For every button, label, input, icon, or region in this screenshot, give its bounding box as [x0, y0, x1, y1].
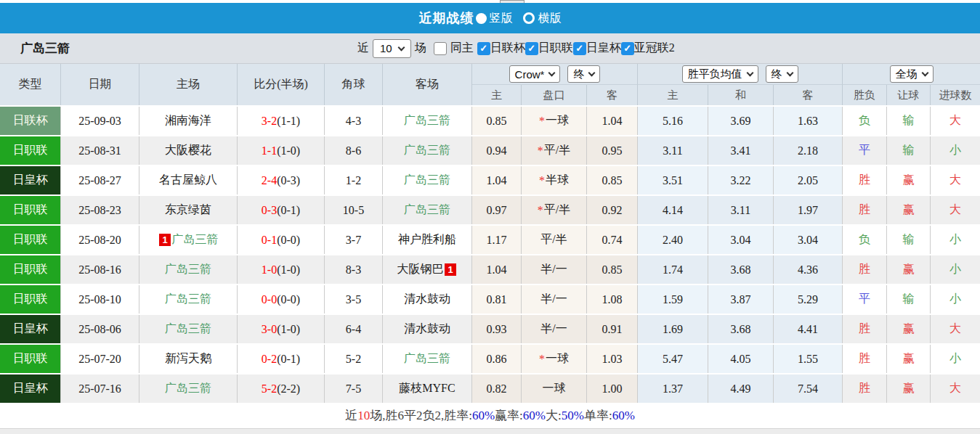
- league-checkbox[interactable]: ✓: [621, 42, 634, 55]
- odds-home: 0.85: [472, 107, 522, 135]
- result-wdl: 胜: [843, 196, 887, 224]
- result-handicap: 赢: [887, 315, 931, 343]
- handicap-star-icon: *: [539, 174, 545, 187]
- result-handicap: 赢: [887, 255, 931, 284]
- match-date: 25-08-27: [61, 166, 139, 195]
- header-home: 主场: [139, 64, 238, 105]
- result-text: 大: [949, 322, 961, 337]
- result-text: 小: [949, 292, 961, 307]
- table-row: 日联杯25-09-03湘南海洋3-2(1-1)4-3广岛三箭0.85*一球1.0…: [0, 105, 980, 135]
- odds-away: 0.85: [587, 166, 638, 195]
- away-team: 广岛三箭: [383, 196, 472, 224]
- score: 0-2(0-1): [238, 345, 325, 373]
- result-handicap: 输: [887, 107, 931, 135]
- summary-segment: 60%: [472, 409, 495, 423]
- league-filter-group: ✓日联杯✓日职联✓日皇杯✓亚冠联2: [477, 41, 675, 56]
- near-count-select[interactable]: 10: [373, 39, 411, 58]
- result-wdl: 胜: [843, 345, 887, 373]
- avg-home: 1.74: [638, 255, 708, 284]
- result-text: 大: [949, 381, 961, 396]
- odds-final-select[interactable]: 终: [567, 65, 600, 83]
- avg-home: 1.59: [638, 285, 708, 314]
- away-team: 广岛三箭: [383, 136, 472, 165]
- avg-final-select[interactable]: 终: [766, 65, 798, 83]
- result-wdl: 负: [843, 107, 887, 135]
- avg-home: 5.16: [638, 107, 708, 135]
- league-checkbox[interactable]: ✓: [573, 42, 586, 55]
- home-team: 广岛三箭: [139, 285, 238, 314]
- scope-select[interactable]: 全场: [890, 65, 934, 83]
- team-name-text: 名古屋鲸八: [159, 173, 217, 188]
- handicap: 平/半: [522, 226, 587, 254]
- odds-away: 1.03: [587, 345, 638, 373]
- match-date: 25-07-20: [61, 345, 139, 373]
- avg-draw: 3.68: [708, 315, 774, 343]
- result-goals: 小: [931, 226, 980, 254]
- result-text: 负: [859, 232, 870, 247]
- league-filter-label: 日职联: [538, 41, 573, 56]
- radio-horizontal-layout[interactable]: [523, 12, 535, 24]
- result-text: 赢: [903, 262, 915, 277]
- odds-away: 0.85: [587, 255, 638, 284]
- odds-home: 1.04: [472, 255, 522, 284]
- same-home-checkbox[interactable]: [434, 42, 447, 55]
- summary-segment: 近: [345, 407, 357, 424]
- match-type: 日职联: [0, 255, 61, 284]
- league-filter-item: ✓日联杯: [477, 41, 525, 56]
- result-handicap: 输: [887, 285, 931, 314]
- odds-home: 0.81: [472, 285, 522, 314]
- handicap-star-icon: *: [539, 353, 545, 366]
- table-row: 日职联25-07-20新泻天鹅0-2(0-1)5-2广岛三箭0.86*一球1.0…: [0, 343, 980, 373]
- full-time-score: 3-2: [262, 115, 277, 128]
- avg-home: 4.14: [638, 196, 708, 224]
- table-row: 日职联25-08-23东京绿茵0-3(0-1)10-5广岛三箭0.97*平/半0…: [0, 195, 980, 224]
- match-type: 日职联: [0, 285, 61, 314]
- result-text: 大: [949, 113, 961, 128]
- header-corner: 角球: [325, 64, 383, 105]
- filter-bar: 广岛三箭 近 10 场 同主 ✓日联杯✓日职联✓日皇杯✓亚冠联2: [0, 33, 980, 64]
- match-type: 日皇杯: [0, 374, 61, 403]
- match-date: 25-08-16: [61, 255, 139, 284]
- radio-vertical-label[interactable]: 竖版: [490, 11, 513, 26]
- away-team: 大阪钢巴1: [383, 255, 472, 284]
- odds-final-value: 终: [573, 67, 584, 81]
- avg-header-group: 胜平负均值 终 主 和 客: [638, 64, 843, 105]
- table-header: 类型 日期 主场 比分(半场) 角球 客场 Crow* 终 主 盘口 客 胜平负…: [0, 64, 980, 105]
- league-checkbox[interactable]: ✓: [525, 42, 538, 55]
- summary-segment: 胜率:: [444, 407, 472, 424]
- half-time-score: (1-0): [277, 263, 300, 277]
- rank-badge: 1: [445, 263, 455, 276]
- team-name-text: 广岛三箭: [404, 143, 450, 158]
- result-handicap: 赢: [887, 345, 931, 373]
- radio-horizontal-label[interactable]: 横版: [538, 11, 562, 26]
- result-text: 大: [949, 173, 961, 188]
- avg-away: 1.55: [774, 345, 843, 373]
- result-text: 胜: [859, 351, 870, 367]
- league-checkbox[interactable]: ✓: [477, 42, 490, 55]
- half-time-score: (0-0): [277, 293, 300, 306]
- away-team: 广岛三箭: [383, 345, 472, 373]
- radio-vertical-layout[interactable]: [476, 13, 487, 24]
- avg-type-select[interactable]: 胜平负均值: [682, 65, 758, 83]
- score: 1-0(1-0): [238, 255, 325, 284]
- title-bar: 近期战绩 竖版 横版: [0, 3, 980, 33]
- full-time-score: 0-2: [262, 353, 277, 366]
- result-text: 胜: [859, 381, 870, 396]
- home-team: 名古屋鲸八: [139, 166, 238, 195]
- result-goals: 小: [931, 136, 980, 165]
- company-select[interactable]: Crow*: [509, 65, 561, 83]
- result-text: 小: [949, 351, 961, 367]
- rank-badge: 1: [159, 234, 170, 246]
- horizontal-scrollbar[interactable]: [0, 428, 980, 434]
- summary-line: 近10场,胜6平2负2, 胜率:60% 赢率:60% 大:50% 单率:60%: [0, 403, 980, 428]
- chevron-down-icon: [588, 70, 596, 77]
- odds-away: 1.04: [587, 107, 638, 135]
- result-handicap: 输: [887, 226, 931, 254]
- odds-away: 0.92: [587, 196, 638, 224]
- result-handicap: 输: [887, 136, 931, 165]
- result-text: 赢: [903, 381, 915, 396]
- team-name-text: 广岛三箭: [404, 113, 450, 128]
- summary-segment: 50%: [562, 409, 584, 423]
- handicap-text: 半/一: [540, 322, 567, 337]
- avg-away: 2.18: [774, 136, 843, 165]
